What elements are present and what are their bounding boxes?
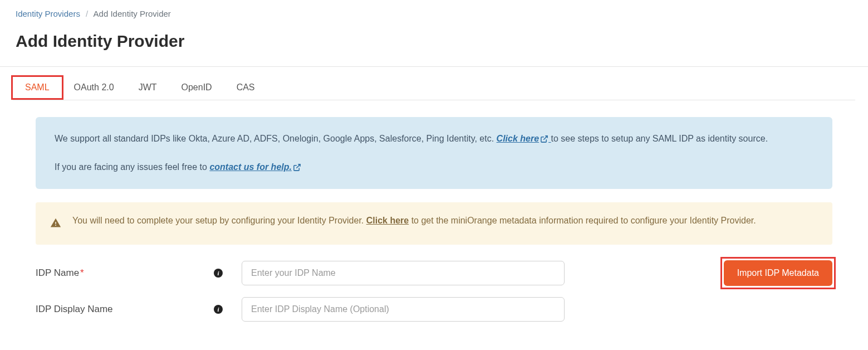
external-link-icon — [540, 135, 548, 143]
svg-line-0 — [543, 136, 547, 140]
info-click-here-text: Click here — [497, 134, 539, 143]
form-row-idp-name: IDP Name * i Import IDP Metadata — [36, 260, 832, 286]
tab-saml-label: SAML — [25, 82, 50, 92]
warning-click-here-link[interactable]: Click here — [366, 216, 409, 225]
required-asterisk: * — [80, 268, 84, 279]
content-area: We support all standard IDPs like Okta, … — [16, 100, 852, 322]
breadcrumb-parent-link[interactable]: Identity Providers — [16, 9, 80, 18]
page-title: Add Identity Provider — [16, 32, 852, 51]
contact-us-link[interactable]: contact us for help. — [209, 162, 301, 172]
idp-name-input[interactable] — [242, 261, 565, 285]
info-text-2: to see steps to setup any SAML IDP as id… — [551, 134, 768, 143]
breadcrumb-current: Add Identity Provider — [94, 9, 171, 18]
form-row-idp-display-name: IDP Display Name i — [36, 297, 832, 322]
import-idp-metadata-button[interactable]: Import IDP Metadata — [724, 260, 832, 286]
warning-icon — [50, 216, 61, 234]
info-icon[interactable]: i — [214, 269, 223, 278]
tab-saml[interactable]: SAML — [13, 77, 62, 100]
info-icon[interactable]: i — [214, 305, 223, 314]
tab-jwt[interactable]: JWT — [126, 77, 169, 100]
warning-text-1: You will need to complete your setup by … — [72, 216, 366, 225]
idp-name-label: IDP Name * — [36, 268, 214, 279]
info-alert: We support all standard IDPs like Okta, … — [36, 117, 832, 189]
tab-openid[interactable]: OpenID — [169, 77, 224, 100]
tabs-container: SAML OAuth 2.0 JWT OpenID CAS — [13, 67, 855, 100]
contact-us-text: contact us for help. — [209, 162, 292, 172]
external-link-icon — [293, 163, 301, 172]
svg-line-1 — [296, 164, 300, 168]
warning-alert: You will need to complete your setup by … — [36, 202, 832, 245]
idp-display-label-text: IDP Display Name — [36, 304, 113, 315]
info-text-1: We support all standard IDPs like Okta, … — [55, 134, 497, 143]
info-click-here-link[interactable]: Click here — [497, 134, 551, 143]
tab-cas[interactable]: CAS — [224, 77, 267, 100]
breadcrumb: Identity Providers / Add Identity Provid… — [16, 9, 852, 18]
idp-name-label-text: IDP Name — [36, 268, 79, 279]
tab-oauth[interactable]: OAuth 2.0 — [62, 77, 126, 100]
idp-display-name-input[interactable] — [242, 297, 565, 322]
info-text-3: If you are facing any issues feel free t… — [55, 162, 209, 172]
idp-display-name-label: IDP Display Name — [36, 304, 214, 315]
warning-text-2: to get the miniOrange metadata informati… — [411, 216, 756, 225]
breadcrumb-separator: / — [86, 9, 88, 18]
